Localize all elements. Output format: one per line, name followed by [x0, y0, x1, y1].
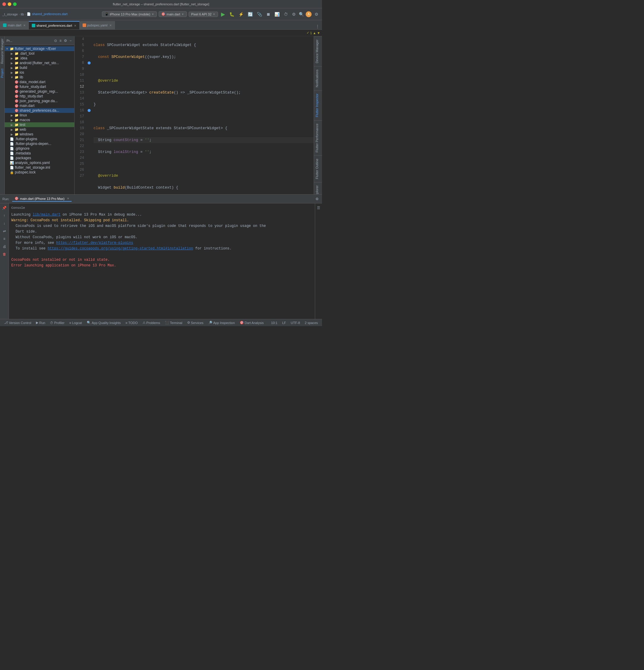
- soft-wrap-2-button[interactable]: ≡: [1, 236, 8, 242]
- flutter-platform-link[interactable]: https://flutter.dev/platform-plugins: [56, 241, 133, 245]
- device-selector[interactable]: 📱 iPhone 13 Pro Max (mobile) ▼: [102, 11, 157, 17]
- panel-header-actions: ⊙ ≡ ⚙ −: [53, 38, 72, 43]
- gear-icon[interactable]: ⚙: [313, 11, 320, 17]
- collapse-all-button[interactable]: ≡: [58, 38, 62, 43]
- terminal-status-item[interactable]: ⬛ Terminal: [163, 319, 184, 326]
- tree-shared-prefs[interactable]: 🎯 shared_preferences.da...: [5, 108, 74, 113]
- app-inspection-status-item[interactable]: 🔎 App Inspection: [206, 319, 237, 326]
- tree-generated-plugin[interactable]: 🎯 generated_plugin_regi...: [5, 89, 74, 94]
- tree-android[interactable]: ▶ 📁 android [flutter_net_sto...: [5, 61, 74, 65]
- tree-test[interactable]: ▶ 📁 test: [5, 122, 74, 127]
- scroll-down-button[interactable]: ↓: [1, 220, 8, 227]
- encoding-item[interactable]: UTF-8: [289, 319, 302, 326]
- version-control-item[interactable]: ⎇ Version Control: [2, 319, 33, 326]
- cocoapods-link[interactable]: https://guides.cocoapods.org/using/getti…: [48, 246, 193, 251]
- scroll-up-button[interactable]: ↑: [1, 212, 8, 219]
- tree-gitignore[interactable]: 📄 .gitignore: [5, 146, 74, 151]
- clear-button[interactable]: 🗑: [1, 251, 8, 257]
- search-button[interactable]: 🔍: [299, 12, 304, 17]
- tree-generated-plugin-label: generated_plugin_regi...: [19, 90, 58, 94]
- pin-button[interactable]: 📌: [1, 205, 8, 211]
- warnings-badge: ✓ 1 ▲ ▼: [307, 31, 320, 35]
- close-button[interactable]: [2, 2, 6, 6]
- main-dart-link[interactable]: lib/main.dart: [33, 213, 61, 217]
- todo-status-item[interactable]: ≡ TODO: [124, 319, 139, 326]
- run-panel-header: Run: 🎯 main.dart (iPhone 13 Pro Max) ✕ ⚙: [0, 195, 322, 203]
- services-status-item[interactable]: ⚙ Services: [185, 319, 205, 326]
- tree-macos[interactable]: ▶ 📁 macos: [5, 118, 74, 122]
- tree-ios[interactable]: ▶ 📁 ios: [5, 70, 74, 75]
- tree-dart-tool[interactable]: ▶ 📁 .dart_tool: [5, 51, 74, 56]
- profiler-button[interactable]: ⏱: [282, 11, 289, 17]
- flutter-outline-label[interactable]: Flutter Outline: [314, 155, 322, 182]
- notifications-label[interactable]: Notifications: [314, 66, 322, 90]
- tree-data-model[interactable]: 🎯 data_model.dart: [5, 80, 74, 84]
- tree-http-study[interactable]: 🎯 http_study.dart: [5, 94, 74, 98]
- problems-status-item[interactable]: ⚠ Problems: [141, 319, 162, 326]
- tree-flutter-plugins[interactable]: 📄 .flutter-plugins: [5, 137, 74, 142]
- run-status-item[interactable]: ▶ Run: [34, 319, 47, 326]
- run-settings-button[interactable]: ⚙: [314, 197, 320, 201]
- locate-file-button[interactable]: ⊙: [53, 38, 58, 43]
- tabs-menu-button[interactable]: ⋮: [314, 24, 321, 29]
- logcat-status-item[interactable]: ≡ Logcat: [67, 319, 83, 326]
- print-button[interactable]: 🖨: [1, 243, 8, 250]
- flutter-inspector-label[interactable]: Flutter Inspector: [314, 90, 322, 120]
- main-dart-selector[interactable]: 🎯 main.dart ▼: [159, 11, 187, 17]
- tab-pubspec[interactable]: pubspec.yaml ✕: [80, 21, 115, 29]
- tree-future-study[interactable]: 🎯 future_study.dart: [5, 84, 74, 89]
- tree-windows[interactable]: ▶ 📁 windows: [5, 132, 74, 137]
- code-area[interactable]: 4 5 6 7 8 9 10 11 12 13 14 15 16 17 18 1…: [75, 36, 314, 194]
- hot-restart-button[interactable]: 🔄: [246, 11, 254, 17]
- tree-linux[interactable]: ▶ 📁 linux: [5, 113, 74, 118]
- device-manager-label[interactable]: Device Manager: [314, 36, 322, 66]
- tree-build[interactable]: ▶ 📁 build: [5, 65, 74, 70]
- run-button[interactable]: ▶: [220, 10, 226, 18]
- maximize-button[interactable]: [13, 2, 17, 6]
- soft-wrap-button[interactable]: ⇌: [1, 228, 8, 234]
- pixel-selector[interactable]: Pixel 6 API 32 ▼: [189, 12, 218, 17]
- console-settings-btn[interactable]: ☰: [316, 205, 322, 211]
- indent-item[interactable]: 2 spaces: [303, 319, 320, 326]
- position-item[interactable]: 10:1: [269, 319, 279, 326]
- tab-main-dart[interactable]: main.dart ✕: [0, 21, 29, 29]
- minimize-button[interactable]: [8, 2, 11, 6]
- panel-settings-button[interactable]: ⚙: [63, 38, 68, 43]
- close-panel-button[interactable]: −: [69, 38, 72, 43]
- tree-packages[interactable]: 📄 .packages: [5, 156, 74, 160]
- attach-button[interactable]: 📎: [256, 11, 263, 17]
- dart-analysis-status-item[interactable]: 🎯 Dart Analysis: [238, 319, 266, 326]
- tree-json-parsing[interactable]: 🎯 json_parsing_page.da...: [5, 98, 74, 103]
- tree-pubspec-lock[interactable]: 🔒 pubspec.lock: [5, 170, 74, 175]
- run-tab-close[interactable]: ✕: [67, 197, 69, 200]
- device-file-explorer-label[interactable]: Device File Explorer: [314, 182, 322, 194]
- tree-flutter-net-storage-iml[interactable]: 📄 flutter_net_storage.iml: [5, 165, 74, 170]
- profiler-status-item[interactable]: ⏱ Profiler: [48, 319, 66, 326]
- lf-item[interactable]: LF: [280, 319, 288, 326]
- run-tab-main[interactable]: 🎯 main.dart (iPhone 13 Pro Max) ✕: [12, 196, 71, 202]
- code-editor[interactable]: 4 5 6 7 8 9 10 11 12 13 14 15 16 17 18 1…: [75, 36, 314, 194]
- app-quality-status-item[interactable]: 🔍 App Quality Insights: [85, 319, 123, 326]
- tab-shared-preferences[interactable]: shared_preferences.dart ✕: [29, 21, 80, 29]
- hot-reload-button[interactable]: ⚡: [237, 11, 245, 17]
- tree-web[interactable]: ▶ 📁 web: [5, 127, 74, 132]
- tree-main-dart[interactable]: 🎯 main.dart: [5, 103, 74, 108]
- tree-metadata[interactable]: 📄 .metadata: [5, 151, 74, 156]
- code-content[interactable]: class SPCounterWidget extends StatefulWi…: [92, 36, 314, 194]
- debug-button[interactable]: 🐛: [228, 11, 236, 17]
- settings-button[interactable]: ⚙: [291, 11, 297, 17]
- tree-lib[interactable]: ▼ 📁 lib: [5, 75, 74, 80]
- tab-close-shared[interactable]: ✕: [74, 24, 76, 27]
- tree-idea[interactable]: ▶ 📁 .idea: [5, 56, 74, 61]
- tree-root[interactable]: ▼ 📁 flutter_net_storage ~/Exer: [5, 46, 74, 51]
- tab-close-main[interactable]: ✕: [23, 24, 26, 27]
- tree-analysis-options[interactable]: 📊 analysis_options.yaml: [5, 160, 74, 165]
- coverage-button[interactable]: 📊: [273, 11, 281, 17]
- project-label[interactable]: Project: [0, 66, 4, 80]
- stop-button[interactable]: ⏹: [265, 11, 271, 17]
- flutter-performance-label[interactable]: Flutter Performance: [314, 120, 322, 155]
- tab-close-pubspec[interactable]: ✕: [109, 24, 112, 27]
- resource-manager-label[interactable]: Resource Manager: [0, 36, 4, 66]
- console-area[interactable]: Console Launching lib/main.dart on iPhon…: [9, 203, 315, 319]
- tree-flutter-plugins-dep[interactable]: 📄 .flutter-plugins-depen...: [5, 142, 74, 146]
